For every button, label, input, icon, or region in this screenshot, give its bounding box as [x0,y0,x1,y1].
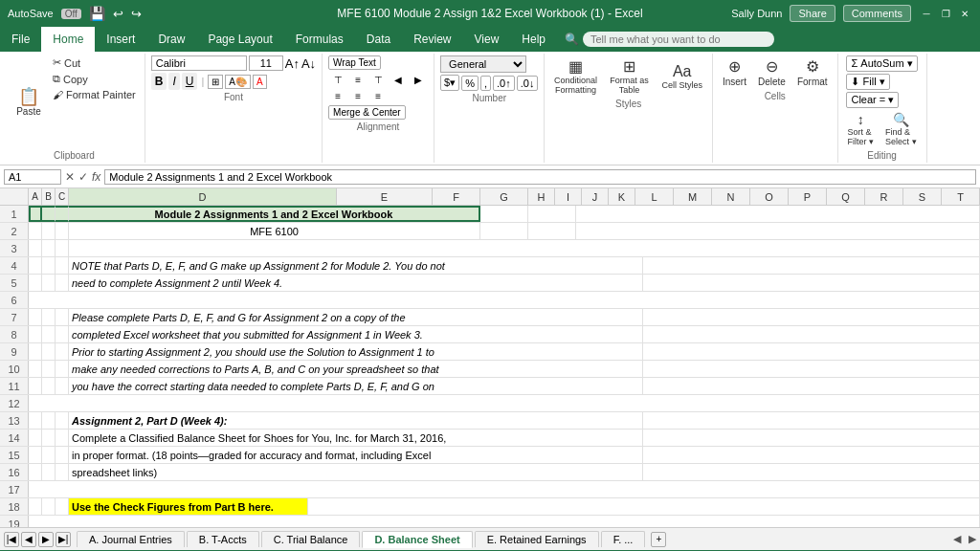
undo-icon[interactable]: ↩ [113,7,123,21]
cell-a8[interactable] [29,326,42,342]
cell-b11[interactable] [42,378,56,394]
cell-d5[interactable]: need to complete Assignment 2 until Week… [69,275,643,291]
sheet-tab-t-accts[interactable]: B. T-Accts [187,531,259,547]
autosum-button[interactable]: Σ AutoSum ▾ [846,55,917,72]
insert-button[interactable]: ⊕ Insert [719,55,750,89]
number-format-select[interactable]: General Number Currency Accounting Date … [440,55,526,73]
cell-d6[interactable] [29,292,980,308]
cell-f2[interactable] [528,223,576,239]
tab-data[interactable]: Data [355,27,402,52]
cell-reference[interactable] [4,169,61,185]
cell-d14[interactable]: Complete a Classified Balance Sheet for … [69,430,643,446]
cell-b10[interactable] [42,361,56,377]
sheet-tab-retained-earnings[interactable]: E. Retained Earnings [475,531,599,547]
formula-input[interactable]: Module 2 Assignments 1 and 2 Excel Workb… [104,169,976,185]
cell-a16[interactable] [29,464,42,480]
cell-e2[interactable] [480,223,528,239]
formula-cancel-icon[interactable]: ✕ [65,170,75,184]
cell-d7[interactable]: Please complete Parts D, E, F, and G for… [69,309,643,325]
minimize-button[interactable]: ─ [919,6,934,21]
cell-d2[interactable]: MFE 6100 [69,223,480,239]
share-button[interactable]: Share [790,5,835,22]
conditional-formatting-button[interactable]: ▦ Conditional Formatting [550,55,600,97]
font-size-dec[interactable]: A↓ [301,56,316,71]
redo-icon[interactable]: ↪ [131,7,142,21]
format-button[interactable]: ⚙ Format [793,55,832,89]
align-top-left[interactable]: ⊤ [328,72,347,87]
tab-draw[interactable]: Draw [146,27,196,52]
format-as-table-button[interactable]: ⊞ Format as Table [604,55,654,97]
cell-b5[interactable] [42,275,56,291]
ribbon-search[interactable] [583,32,774,47]
merge-center-button[interactable]: Merge & Center [328,105,406,120]
cell-a1[interactable] [29,206,42,222]
cell-a14[interactable] [29,430,42,446]
currency-button[interactable]: $▾ [440,75,459,91]
sort-filter-button[interactable]: ↕ Sort &Filter ▾ [844,110,879,148]
underline-button[interactable]: U [182,73,198,90]
cell-d9[interactable]: Prior to starting Assignment 2, you shou… [69,343,643,360]
cell-c11[interactable] [56,378,69,394]
cell-b8[interactable] [42,326,56,342]
cell-c10[interactable] [56,361,69,377]
tab-prev-button[interactable]: ◀ [21,532,36,547]
cell-a15[interactable] [29,447,42,463]
cell-c14[interactable] [56,430,69,446]
cell-c8[interactable] [56,326,69,342]
indent-dec[interactable]: ◀ [389,72,408,87]
cell-d12[interactable] [29,395,980,411]
font-color-button[interactable]: A [253,75,267,89]
cell-b9[interactable] [42,343,56,360]
cell-b18[interactable] [42,498,56,515]
cell-a11[interactable] [29,378,42,394]
cell-d8[interactable]: completed Excel worksheet that you submi… [69,326,643,342]
cell-c15[interactable] [56,447,69,463]
cell-d1[interactable]: Module 2 Assignments 1 and 2 Excel Workb… [69,206,480,222]
formula-function-icon[interactable]: fx [92,170,100,184]
cell-c2[interactable] [56,223,69,239]
find-select-button[interactable]: 🔍 Find &Select ▾ [881,110,921,148]
cell-d13[interactable]: Assignment 2, Part D (Week 4): [69,412,643,429]
sheet-tab-trial-balance[interactable]: C. Trial Balance [261,531,361,547]
cell-d10[interactable]: make any needed corrections to Parts A, … [69,361,643,377]
decimal-dec-button[interactable]: .0↓ [517,76,539,91]
bold-button[interactable]: B [151,73,167,90]
cell-b13[interactable] [42,412,56,429]
cell-c9[interactable] [56,343,69,360]
cell-a10[interactable] [29,361,42,377]
cell-a5[interactable] [29,275,42,291]
cell-b1[interactable] [42,206,56,222]
border-button[interactable]: ⊞ [208,75,223,89]
align-top-right[interactable]: ⊤ [368,72,388,87]
decimal-inc-button[interactable]: .0↑ [493,76,515,91]
copy-button[interactable]: ⧉ Copy [50,72,139,86]
cell-c4[interactable] [56,257,69,274]
font-size-inc[interactable]: A↑ [285,56,300,71]
cell-c18[interactable] [56,498,69,515]
tab-last-button[interactable]: ▶| [56,532,71,547]
tab-page-layout[interactable]: Page Layout [196,27,283,52]
cell-e1[interactable] [480,206,528,222]
tab-file[interactable]: File [0,27,41,52]
indent-inc[interactable]: ▶ [409,72,428,87]
font-name-input[interactable] [151,55,247,71]
paste-button[interactable]: 📋 Paste [10,55,48,148]
close-button[interactable]: ✕ [957,6,972,21]
cell-a13[interactable] [29,412,42,429]
formula-confirm-icon[interactable]: ✓ [78,170,88,184]
fill-button[interactable]: ⬇ Fill ▾ [846,74,889,90]
tab-formulas[interactable]: Formulas [284,27,355,52]
align-right[interactable]: ≡ [368,88,388,103]
cell-b7[interactable] [42,309,56,325]
align-top-center[interactable]: ≡ [348,72,368,87]
cell-b16[interactable] [42,464,56,480]
scroll-right-icon[interactable]: ▶ [969,533,976,545]
cell-b3[interactable] [42,240,56,256]
sheet-tab-journal-entries[interactable]: A. Journal Entries [77,531,185,547]
wrap-text-button[interactable]: Wrap Text [328,55,381,70]
clear-button[interactable]: Clear = ▾ [846,92,899,108]
cell-a18[interactable] [29,498,42,515]
font-size-input[interactable] [249,55,283,71]
cell-d3[interactable] [69,240,980,256]
cell-b4[interactable] [42,257,56,274]
